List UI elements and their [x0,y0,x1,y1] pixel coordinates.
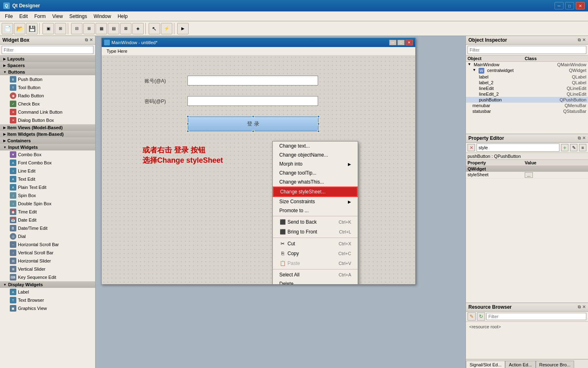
ctx-promote[interactable]: Promote to ... [273,206,358,215]
ctx-select-all[interactable]: Select All Ctrl+A [273,270,358,279]
widget-text-browser[interactable]: T Text Browser [0,296,95,304]
open-button[interactable]: 📂 [14,23,25,34]
layout-button[interactable]: ⊞ [55,23,66,34]
save-button[interactable]: 💾 [26,23,38,34]
h-layout-button[interactable]: ⊟ [71,23,82,34]
close-button[interactable]: ✕ [576,2,585,9]
widget-dial[interactable]: ◎ Dial [0,232,95,240]
clear-filter-btn[interactable]: ✕ [468,144,475,151]
ctx-change-text[interactable]: Change text... [273,141,358,150]
minimize-button[interactable]: ─ [555,2,564,9]
obj-lineedit2[interactable]: lineEdit_2 QLineEdit [466,91,588,97]
prop-stylesheet-edit[interactable]: ... [525,172,533,178]
account-input[interactable] [187,76,318,85]
widget-v-scroll[interactable]: ↕ Vertical Scroll Bar [0,249,95,257]
obj-lineedit[interactable]: lineEdit QLineEdit [466,85,588,91]
sub-minimize[interactable]: ─ [389,40,396,45]
menu-edit[interactable]: Edit [16,13,31,20]
ctx-morph[interactable]: Morph into ▶ [273,159,358,168]
widget-command-link[interactable]: ✕ Command Link Button [0,108,95,116]
adjust-button[interactable]: ◈ [132,23,144,34]
widget-spin-box[interactable]: ↕ Spin Box [0,191,95,200]
widget-label[interactable]: A Label [0,288,95,296]
ctx-bring-front[interactable]: ⬛ Bring to Front Ctrl+L [273,227,358,237]
category-spacers[interactable]: ▶ Spacers [0,62,95,69]
more-filter-btn[interactable]: ≡ [579,144,586,151]
ctx-send-back[interactable]: ⬛ Send to Back Ctrl+K [273,217,358,227]
pointer-button[interactable]: ↖ [149,23,160,34]
obj-label2[interactable]: label_2 QLabel [466,80,588,85]
widget-box-button[interactable]: ▣ [42,23,54,34]
menu-view[interactable]: View [49,13,66,20]
widget-font-combo[interactable]: A Font Combo Box [0,159,95,167]
obj-inspector-filter[interactable] [468,46,586,54]
obj-menubar[interactable]: menubar QMenuBar [466,103,588,108]
widget-radio-button[interactable]: ◉ Radio Button [0,92,95,100]
menu-settings[interactable]: Settings [66,13,90,20]
login-button[interactable]: 登 录 [188,117,318,131]
menu-form[interactable]: Form [31,13,49,20]
widget-date-edit[interactable]: 📅 Date Edit [0,216,95,224]
widget-dialog-button[interactable]: ✕ Dialog Button Box [0,116,95,124]
new-button[interactable]: 📄 [2,23,13,34]
category-input-widgets[interactable]: ▼ Input Widgets [0,144,95,150]
widget-push-button[interactable]: B Push Button [0,75,95,83]
maximize-button[interactable]: □ [565,2,574,9]
add-filter-btn[interactable]: + [561,144,568,151]
edit-filter-btn[interactable]: ✎ [570,144,577,151]
widget-plain-text[interactable]: A Plain Text Edit [0,183,95,191]
sub-close[interactable]: ✕ [405,40,413,45]
resource-browser-close[interactable]: ✕ [582,305,586,310]
preview-button[interactable]: ▶ [177,23,189,34]
menu-file[interactable]: File [2,13,16,20]
design-canvas[interactable]: 账号(@A) 密码(@P) 登 录 [102,55,415,284]
obj-inspector-close[interactable]: ✕ [582,38,586,43]
signal-button[interactable]: ⚡ [161,23,172,34]
obj-inspector-float[interactable]: ⧉ [578,38,581,43]
widget-line-edit[interactable]: I Line Edit [0,167,95,175]
obj-statusbar[interactable]: statusbar QStatusBar [466,108,588,114]
resource-refresh-btn[interactable]: ↻ [477,312,485,321]
widget-check-box[interactable]: ✓ Check Box [0,100,95,108]
ctx-change-stylesheet[interactable]: Change styleSheet... [273,186,358,197]
widget-box-close[interactable]: ✕ [89,38,93,43]
category-display[interactable]: ▼ Display Widgets [0,281,95,288]
menu-help[interactable]: Help [114,13,131,20]
widget-datetime-edit[interactable]: 🗓 Date/Time Edit [0,224,95,232]
obj-centralwidget[interactable]: ▼ W centralwidget QWidget [466,67,588,74]
resource-filter-input[interactable] [486,313,586,320]
category-item-widgets[interactable]: ▶ Item Widgets (Item-Based) [0,131,95,137]
obj-pushbutton[interactable]: pushButton QPushButton [466,97,588,103]
obj-label[interactable]: label QLabel [466,74,588,80]
ctx-copy[interactable]: ⎘ Copy Ctrl+C [273,249,358,258]
grid-layout-button[interactable]: ▦ [96,23,107,34]
widget-h-slider[interactable]: ⊟ Horizontal Slider [0,257,95,265]
widget-time-edit[interactable]: ⏰ Time Edit [0,208,95,216]
widget-box-float[interactable]: ⧉ [85,38,88,43]
widget-graphics-view[interactable]: ▣ Graphics View [0,304,95,312]
password-input[interactable] [187,96,318,106]
ctx-change-objectname[interactable]: Change objectName... [273,150,358,159]
tab-signal-slot[interactable]: Signal/Slot Ed... [466,361,505,368]
form-layout-button[interactable]: ▤ [108,23,119,34]
ctx-size-constraints[interactable]: Size Constraints ▶ [273,197,358,206]
widget-v-slider[interactable]: ⊞ Vertical Slider [0,265,95,273]
ctx-paste[interactable]: 📋 Paste Ctrl+V [273,258,358,268]
widget-h-scroll[interactable]: ↔ Horizontal Scroll Bar [0,240,95,249]
ctx-cut[interactable]: ✂ Cut Ctrl+X [273,239,358,249]
widget-box-filter[interactable] [2,46,94,54]
break-layout-button[interactable]: ⊠ [120,23,131,34]
sub-menu-type-here[interactable]: Type Here [103,48,131,54]
tab-action-editor[interactable]: Action Ed... [505,361,535,368]
style-filter-input[interactable] [477,144,559,152]
category-buttons[interactable]: ▼ Buttons [0,69,95,75]
tab-resource-browser[interactable]: Resource Bro... [536,361,574,368]
ctx-change-tooltip[interactable]: Change toolTip... [273,168,358,177]
ctx-delete[interactable]: Delete [273,279,358,284]
resource-browser-float[interactable]: ⧉ [578,305,581,310]
widget-text-edit[interactable]: A Text Edit [0,175,95,183]
widget-double-spin[interactable]: ↕ Double Spin Box [0,200,95,208]
resource-pencil-btn[interactable]: ✎ [468,312,476,321]
category-containers[interactable]: ▶ Containers [0,137,95,144]
obj-mainwindow[interactable]: ▼ MainWindow QMainWindow [466,62,588,67]
